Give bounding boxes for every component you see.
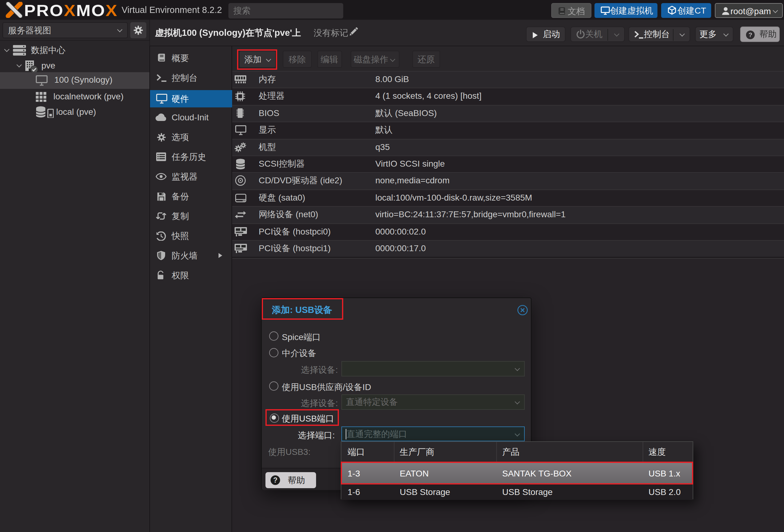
svg-text:?: ? — [273, 476, 278, 484]
svg-text:?: ? — [749, 31, 753, 38]
